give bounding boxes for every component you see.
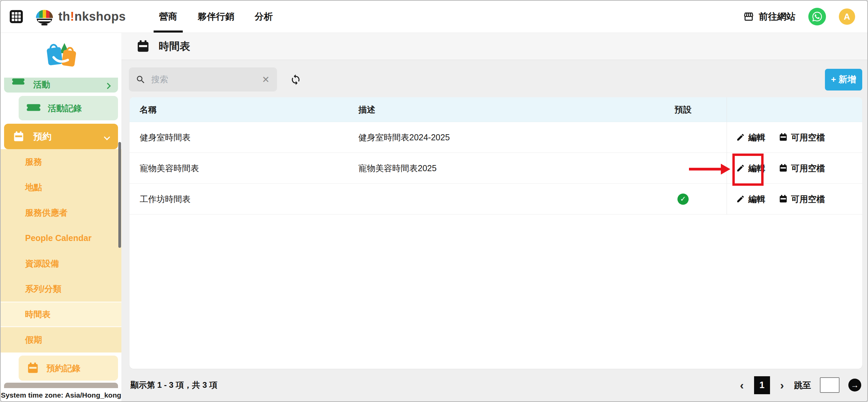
edit-label: 編輯 <box>748 194 765 205</box>
sidebar-partial-item <box>4 383 118 388</box>
app-window: th!nkshops 營商 夥伴行銷 分析 前往網站 A <box>0 0 868 402</box>
refresh-button[interactable] <box>290 74 301 85</box>
pencil-icon <box>736 195 745 203</box>
search-box: ✕ <box>129 67 277 92</box>
search-input[interactable] <box>151 75 261 84</box>
brand-logo[interactable]: th!nkshops <box>34 7 126 26</box>
sidebar-item-events[interactable]: 活動 <box>4 78 118 93</box>
sidebar-item-series-categories[interactable]: 系列/分類 <box>1 276 121 302</box>
topbar-right: 前往網站 A <box>743 8 867 25</box>
actions-cell: 編輯 可用空檔 <box>727 122 862 153</box>
default-cell: ✓ <box>639 184 727 214</box>
sidebar-item-booking[interactable]: 預約 <box>4 124 118 149</box>
visit-site-label: 前往網站 <box>759 11 795 23</box>
column-header-actions <box>727 97 862 122</box>
shopping-bags-logo-icon <box>43 40 79 71</box>
column-header-default[interactable]: 預設 <box>639 97 727 122</box>
search-icon <box>136 75 146 85</box>
sidebar-item-timetables[interactable]: 時間表 <box>1 302 121 327</box>
timetable-description: 寵物美容時間表2025 <box>358 153 639 183</box>
tab-business[interactable]: 營商 <box>154 1 183 33</box>
sidebar-item-services[interactable]: 服務 <box>1 149 121 175</box>
jump-go-button[interactable]: → <box>848 379 861 391</box>
availability-button[interactable]: 可用空檔 <box>779 163 825 174</box>
top-nav: 營商 夥伴行銷 分析 <box>154 1 288 33</box>
sidebar-item-holidays[interactable]: 假期 <box>1 327 121 353</box>
jump-page-input[interactable] <box>820 377 840 393</box>
topbar: th!nkshops 營商 夥伴行銷 分析 前往網站 A <box>1 1 867 33</box>
edit-button[interactable]: 編輯 <box>736 194 765 205</box>
annotation-highlight-box <box>732 154 764 186</box>
availability-label: 可用空檔 <box>791 163 825 174</box>
availability-label: 可用空檔 <box>791 132 825 143</box>
timetable-table: 名稱 描述 預設 健身室時間表 健身室時間表2024-2025 編輯 <box>130 97 862 369</box>
sidebar-item-resources[interactable]: 資源設備 <box>1 251 121 276</box>
sidebar-item-label: 活動 <box>33 79 50 90</box>
table-row: 健身室時間表 健身室時間表2024-2025 編輯 <box>130 122 862 153</box>
current-page-button[interactable]: 1 <box>754 376 770 394</box>
booking-submenu: 服務 地點 服務供應者 People Calendar 資源設備 系列/分類 時… <box>1 149 121 353</box>
sidebar-item-people-calendar[interactable]: People Calendar <box>1 225 121 251</box>
table-row: 工作坊時間表 ✓ 編輯 <box>130 184 862 215</box>
timetable-name: 寵物美容時間表 <box>130 153 358 183</box>
edit-button[interactable]: 編輯 <box>736 132 765 143</box>
tab-analytics[interactable]: 分析 <box>249 1 278 33</box>
sidebar-item-label: 預約 <box>33 130 52 143</box>
next-page-icon[interactable]: › <box>779 379 785 391</box>
default-check-icon: ✓ <box>677 194 689 205</box>
sidebar-item-event-records[interactable]: 活動記錄 <box>19 96 118 120</box>
timetable-description <box>358 184 639 214</box>
column-header-description[interactable]: 描述 <box>358 97 639 122</box>
table-header-row: 名稱 描述 預設 <box>130 97 862 122</box>
arrow-right-icon: → <box>851 380 859 390</box>
calendar-icon <box>27 362 39 374</box>
sidebar-item-service-providers[interactable]: 服務供應者 <box>1 200 121 225</box>
sidebar-item-label: 預約記錄 <box>46 363 80 374</box>
actions-cell: 編輯 可用空檔 <box>727 184 862 214</box>
main-content: 時間表 ✕ + 新增 名稱 描述 預設 <box>121 33 867 401</box>
whatsapp-button[interactable] <box>808 8 826 25</box>
calendar-icon <box>779 164 788 173</box>
annotation-arrow-head <box>721 164 730 175</box>
page-header: 時間表 <box>121 33 867 60</box>
sidebar: 活動 活動記錄 預約 服務 地點 服務供應者 People Calendar <box>1 33 121 401</box>
timetable-name: 工作坊時間表 <box>130 184 358 214</box>
user-avatar[interactable]: A <box>839 8 855 25</box>
timetable-name: 健身室時間表 <box>130 122 358 153</box>
grid-icon <box>9 9 23 24</box>
storefront-icon <box>743 11 754 22</box>
visit-site-button[interactable]: 前往網站 <box>743 11 795 23</box>
tab-partner-marketing[interactable]: 夥伴行銷 <box>192 1 240 33</box>
clear-search-icon[interactable]: ✕ <box>261 74 270 85</box>
list-footer: 顯示第 1 - 3 項，共 3 項 ‹ 1 › 跳至 → <box>121 369 867 401</box>
jump-to-label: 跳至 <box>794 380 811 391</box>
availability-button[interactable]: 可用空檔 <box>779 132 825 143</box>
prev-page-icon[interactable]: ‹ <box>738 379 745 391</box>
availability-button[interactable]: 可用空檔 <box>779 194 825 205</box>
timetable-description: 健身室時間表2024-2025 <box>358 122 639 153</box>
whatsapp-icon <box>811 11 823 22</box>
apps-grid-icon[interactable] <box>9 9 24 24</box>
refresh-icon <box>290 74 301 85</box>
calendar-icon <box>13 131 24 142</box>
pagination: ‹ 1 › 跳至 → <box>738 376 861 394</box>
default-cell <box>639 122 727 153</box>
toolbar: ✕ + 新增 <box>121 60 867 97</box>
edit-label: 編輯 <box>748 132 765 143</box>
sidebar-scrollbar[interactable] <box>118 142 121 248</box>
brand-awning-icon <box>34 7 55 26</box>
brand-name: th!nkshops <box>58 9 126 24</box>
system-timezone: System time zone: Asia/Hong_kong <box>1 389 121 401</box>
calendar-icon <box>136 40 150 53</box>
annotation-arrow-shaft <box>689 168 723 170</box>
sidebar-logo <box>1 33 121 78</box>
sidebar-item-locations[interactable]: 地點 <box>1 175 121 200</box>
ticket-icon <box>27 104 40 112</box>
calendar-icon <box>779 133 788 142</box>
add-button[interactable]: + 新增 <box>825 69 862 91</box>
ticket-icon <box>12 78 24 86</box>
column-header-name[interactable]: 名稱 <box>130 97 358 122</box>
sidebar-item-booking-records[interactable]: 預約記錄 <box>19 356 118 381</box>
pagination-summary: 顯示第 1 - 3 項，共 3 項 <box>131 380 217 390</box>
chevron-right-icon <box>105 80 110 90</box>
